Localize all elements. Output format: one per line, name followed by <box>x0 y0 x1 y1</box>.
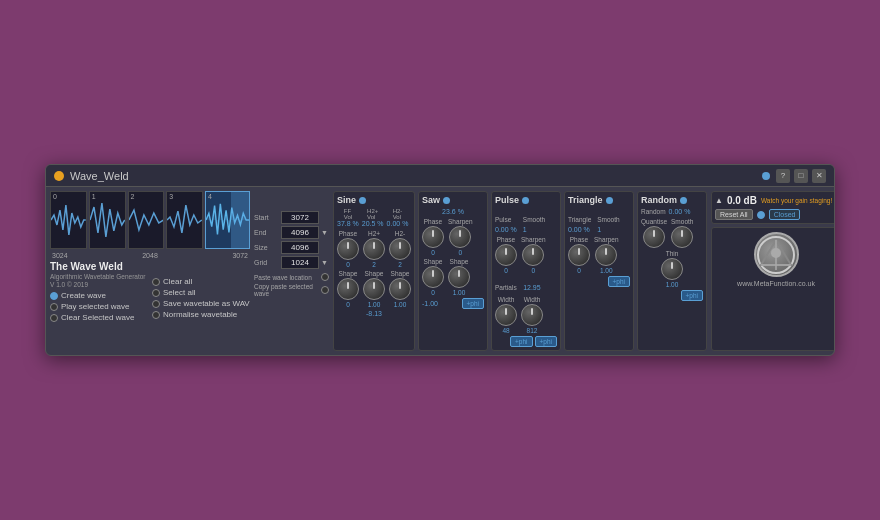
saw-shape2-knob[interactable] <box>448 266 470 288</box>
sine-shape-val: 0 <box>346 301 350 308</box>
sine-h2minus-knob-value: 2 <box>398 261 402 268</box>
sine-h2minus-knob-group: H2- 2 <box>389 230 411 268</box>
pulse-phi-btn1[interactable]: +phi <box>510 336 532 347</box>
start-input[interactable] <box>281 211 319 224</box>
wave-thumb-2[interactable]: 2 <box>128 191 165 249</box>
clear-all-radio[interactable] <box>152 278 160 286</box>
settings-button[interactable]: □ <box>794 169 808 183</box>
pulse-sharpen-knob[interactable] <box>522 244 544 266</box>
saw-name: Saw <box>422 195 440 205</box>
marker-2: 3072 <box>232 252 248 259</box>
main-content: 0 1 2 <box>46 187 834 355</box>
tri-phi-button[interactable]: +phi <box>608 276 630 287</box>
random-smooth-knob[interactable] <box>671 226 693 248</box>
random-phi-button[interactable]: +phi <box>681 290 703 301</box>
clear-all-option[interactable]: Clear all <box>152 277 250 286</box>
tri-sharpen-knob-group: Sharpen 1.00 <box>594 236 619 274</box>
copy-paste-radio[interactable] <box>321 286 329 294</box>
plugin-type: Algorithmic Wavetable Generator <box>50 272 148 281</box>
sine-panel: Sine FFVol 37.8 % H2+Vol 20.5 % H2-Vol <box>333 191 415 351</box>
ff-value: 37.8 % <box>337 220 359 227</box>
sine-phase-bottom: -8.13 <box>366 310 382 317</box>
normalise-radio[interactable] <box>152 311 160 319</box>
synth-sections: Sine FFVol 37.8 % H2+Vol 20.5 % H2-Vol <box>333 191 707 351</box>
copy-paste-label: Copy paste selected wave <box>254 283 319 297</box>
sine-shape2-knob-group: Shape 1.00 <box>363 270 385 308</box>
sine-dot <box>359 197 366 204</box>
create-wave-option[interactable]: Create wave <box>50 291 148 300</box>
plugin-version: V 1.0 © 2019 <box>50 281 148 288</box>
triangle-name: Triangle <box>568 195 603 205</box>
saw-phase-knob[interactable] <box>422 226 444 248</box>
random-panel: Random Random 0.00 % Quantise Smooth <box>637 191 707 351</box>
random-thin-knob[interactable] <box>661 258 683 280</box>
select-all-option[interactable]: Select all <box>152 288 250 297</box>
clear-wave-option[interactable]: Clear Selected wave <box>50 313 148 322</box>
random-vol: 0.00 % <box>669 208 691 215</box>
random-smooth-group: Smooth <box>671 218 693 248</box>
title-dot2 <box>762 172 770 180</box>
gain-warning: Watch your gain staging! <box>761 197 835 204</box>
paste-location-label: Paste wave location <box>254 274 319 281</box>
play-wave-option[interactable]: Play selected wave <box>50 302 148 311</box>
saw-panel: Saw 23.6 % Phase 0 Sharpen 0 <box>418 191 488 351</box>
tri-phase-knob[interactable] <box>568 244 590 266</box>
sine-h2minus-knob[interactable] <box>389 238 411 260</box>
sine-shape3-knob-group: Shape 1.00 <box>389 270 411 308</box>
plugin-window: Wave_Weld ? □ ✕ 0 1 <box>45 164 835 356</box>
saw-phi-button[interactable]: +phi <box>462 298 484 309</box>
create-wave-label: Create wave <box>61 291 106 300</box>
select-all-radio[interactable] <box>152 289 160 297</box>
sine-phase-knob-group: Phase 0 <box>337 230 359 268</box>
marker-1: 2048 <box>142 252 158 259</box>
pulse-name: Pulse <box>495 195 519 205</box>
wave-thumb-3[interactable]: 3 <box>166 191 203 249</box>
pulse-dot <box>522 197 529 204</box>
pulse-phi-btn2[interactable]: +phi <box>535 336 557 347</box>
sine-phase-knob[interactable] <box>337 238 359 260</box>
waveform-section: 0 1 2 <box>50 191 250 351</box>
normalise-option[interactable]: Normalise wavetable <box>152 310 250 319</box>
help-button[interactable]: ? <box>776 169 790 183</box>
pulse-width-knob[interactable] <box>495 304 517 326</box>
pulse-width2-knob[interactable] <box>521 304 543 326</box>
tri-sharpen-knob[interactable] <box>595 244 617 266</box>
paste-location-radio[interactable] <box>321 273 329 281</box>
pulse-phase-knob[interactable] <box>495 244 517 266</box>
save-wav-option[interactable]: Save wavetable as WAV <box>152 299 250 308</box>
wave-thumb-1[interactable]: 1 <box>89 191 126 249</box>
smooth-label: Smooth <box>523 216 545 223</box>
sine-shape2-knob[interactable] <box>363 278 385 300</box>
reset-all-button[interactable]: Reset All <box>715 209 753 220</box>
grid-input[interactable] <box>281 256 319 269</box>
sine-shape3-knob[interactable] <box>389 278 411 300</box>
svg-point-3 <box>771 248 781 258</box>
triangle-vol: 0.00 % <box>568 226 591 233</box>
grid-label: Grid <box>254 259 279 266</box>
sine-shape-knob[interactable] <box>337 278 359 300</box>
create-wave-radio[interactable] <box>50 292 58 300</box>
size-input[interactable] <box>281 241 319 254</box>
end-input[interactable] <box>281 226 319 239</box>
play-wave-radio[interactable] <box>50 303 58 311</box>
partials-value: 12.95 <box>523 284 541 291</box>
random-quantise-knob[interactable] <box>643 226 665 248</box>
plugin-name: The Wave Weld <box>50 261 148 272</box>
closed-button[interactable]: Closed <box>769 209 801 220</box>
wave-thumb-4[interactable]: 4 <box>205 191 250 249</box>
title-dot <box>54 171 64 181</box>
close-button[interactable]: ✕ <box>812 169 826 183</box>
wave-params-section: Start End ▼ Size Grid ▼ Paste wave locat… <box>254 191 329 351</box>
clear-wave-radio[interactable] <box>50 314 58 322</box>
h2minus-label: H2-Vol <box>393 208 403 220</box>
gain-value: 0.0 dB <box>727 195 757 206</box>
saw-shape-knob[interactable] <box>422 266 444 288</box>
saw-vol: 23.6 % <box>442 208 464 215</box>
saw-header: Saw <box>422 195 484 205</box>
sine-h2plus-knob[interactable] <box>363 238 385 260</box>
save-wav-radio[interactable] <box>152 300 160 308</box>
wave-thumb-0[interactable]: 0 <box>50 191 87 249</box>
saw-shape2-knob-group: Shape 1.00 <box>448 258 470 296</box>
saw-sharpen-knob[interactable] <box>449 226 471 248</box>
title-icons: ? □ ✕ <box>776 169 826 183</box>
